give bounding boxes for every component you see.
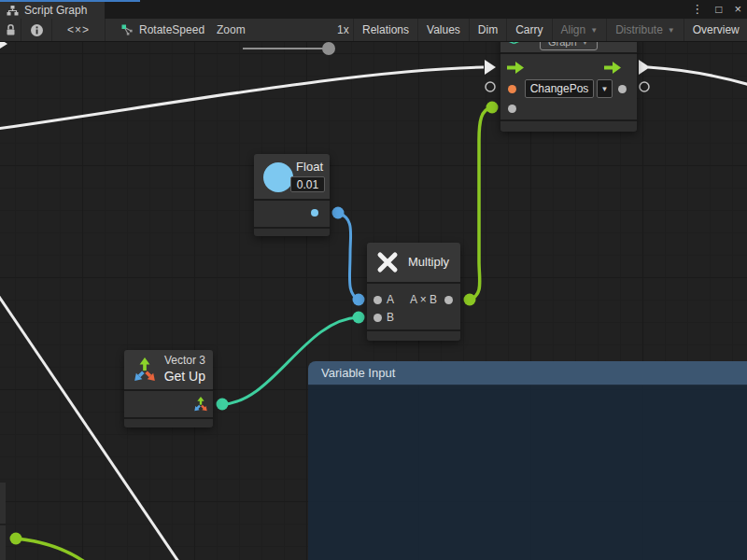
values-button[interactable]: Values: [417, 19, 469, 41]
multiply-port-a[interactable]: [374, 296, 382, 304]
variable-input-header[interactable]: Variable Input: [308, 361, 747, 385]
multiply-port-out[interactable]: [444, 296, 453, 304]
node-multiply[interactable]: Multiply A A × B B: [367, 243, 460, 341]
float-output-port[interactable]: [311, 209, 318, 217]
float-value-input[interactable]: 0.01: [290, 176, 325, 192]
graph-reference[interactable]: RotateSpeed: [121, 19, 204, 41]
float-footer: [254, 229, 330, 236]
vector3-icon: [133, 357, 157, 382]
changepos-dropdown-button[interactable]: ▼: [597, 79, 613, 98]
variable-input-panel[interactable]: Variable Input: [308, 361, 747, 560]
values-label: Values: [427, 23, 460, 36]
carry-button[interactable]: Carry: [506, 19, 551, 41]
multiply-header: Multiply: [367, 243, 460, 282]
align-label: Align: [561, 23, 586, 36]
clipped-node-footer[interactable]: [0, 525, 6, 560]
distribute-label: Distribute: [615, 23, 663, 36]
graph-unit-footer: [500, 121, 637, 132]
node-vector3-getup[interactable]: Vector 3 Get Up: [124, 350, 213, 427]
vector3-output-port-icon[interactable]: [193, 397, 208, 412]
zoom-slider-track[interactable]: [243, 48, 329, 49]
relations-label: Relations: [362, 23, 409, 36]
relations-button[interactable]: Relations: [353, 19, 417, 41]
multiply-icon: [375, 250, 400, 274]
input-port-gray[interactable]: [508, 105, 516, 113]
distribute-button[interactable]: Distribute ▼: [606, 19, 684, 41]
multiply-body: A A × B B: [367, 284, 460, 329]
float-title: Float: [296, 160, 323, 174]
multiply-port-b[interactable]: [374, 314, 382, 322]
vector3-header: Vector 3 Get Up: [124, 350, 213, 389]
float-value: 0.01: [297, 178, 318, 191]
code-icon: <×>: [67, 23, 90, 36]
carry-label: Carry: [515, 23, 543, 36]
dim-button[interactable]: Dim: [469, 19, 506, 41]
maximize-icon[interactable]: □: [715, 0, 722, 19]
multiply-footer: [367, 331, 460, 341]
multiply-title: Multiply: [408, 255, 449, 269]
vector3-footer: [124, 419, 213, 427]
align-button[interactable]: Align ▼: [552, 19, 607, 41]
graph-toolbar: <×> RotateSpeed Zoom 1x Relations Values…: [0, 19, 747, 42]
zoom-slider-handle[interactable]: [322, 42, 335, 55]
script-graph-window: <> Graph ▼ ChangePos ▼: [0, 0, 747, 560]
graph-unit-body: ChangePos ▼: [500, 54, 637, 119]
overview-label: Overview: [693, 23, 740, 36]
zoom-value: 1x: [337, 19, 349, 41]
node-graph-unit[interactable]: <> Graph ▼ ChangePos ▼: [500, 34, 637, 132]
multiply-port-out-label: A × B: [410, 293, 437, 306]
multiply-port-a-label: A: [387, 293, 394, 306]
float-header: Float 0.01: [254, 154, 330, 199]
float-type-icon: [263, 162, 293, 192]
multiply-port-b-label: B: [387, 311, 394, 324]
variable-input-body: [308, 385, 747, 560]
info-icon: [30, 23, 44, 37]
node-float[interactable]: Float 0.01: [254, 154, 330, 236]
edit-graph-button[interactable]: <×>: [52, 19, 106, 41]
graph-ref-label: RotateSpeed: [139, 23, 204, 36]
window-menu-icon[interactable]: ⋮: [691, 0, 703, 19]
flow-in-arrow-icon[interactable]: [507, 62, 524, 74]
changepos-value: ChangePos: [530, 82, 589, 95]
clipped-node-body[interactable]: [0, 483, 6, 524]
variable-input-title: Variable Input: [321, 366, 395, 380]
zoom-label: Zoom: [217, 19, 246, 41]
output-port-gray[interactable]: [618, 85, 627, 93]
overview-button[interactable]: Overview: [684, 19, 747, 41]
graph-ref-icon: [121, 24, 134, 36]
vector3-body: [124, 391, 213, 417]
tab-title: Script Graph: [24, 4, 87, 17]
script-graph-icon: [7, 5, 19, 17]
flow-out-arrow-icon[interactable]: [604, 62, 621, 74]
chevron-down-icon: ▼: [601, 86, 609, 93]
tab-script-graph[interactable]: Script Graph: [0, 2, 105, 19]
close-icon[interactable]: ×: [734, 0, 741, 19]
dim-label: Dim: [478, 23, 498, 36]
tab-bar: Script Graph ⋮ □ ×: [0, 0, 747, 19]
changepos-value-field[interactable]: ChangePos: [525, 79, 594, 98]
lock-icon: [5, 23, 17, 36]
vector3-subtitle: Get Up: [164, 369, 205, 384]
chevron-down-icon: ▼: [668, 27, 675, 35]
chevron-down-icon: ▼: [590, 27, 598, 35]
lock-button[interactable]: [0, 19, 21, 41]
vector3-title: Vector 3: [164, 354, 205, 367]
inspect-button[interactable]: [21, 19, 52, 41]
input-port-orange[interactable]: [508, 85, 516, 93]
float-body: [254, 201, 330, 227]
